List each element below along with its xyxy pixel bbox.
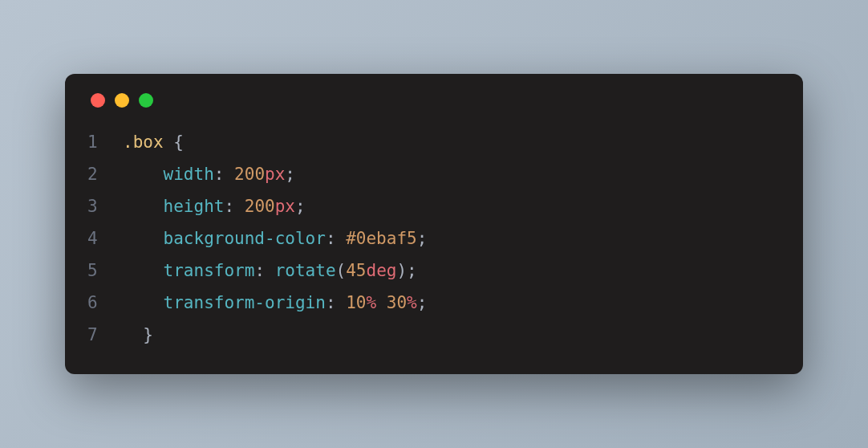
minimize-icon[interactable] [115, 93, 129, 108]
indent [123, 293, 164, 312]
line-content: transform: rotate(45deg); [123, 255, 781, 287]
token: 45 [346, 261, 366, 280]
token [336, 229, 347, 248]
token: ; [417, 293, 428, 312]
indent [123, 325, 143, 344]
token: rotate [275, 261, 336, 280]
token: ; [285, 165, 295, 184]
token: 30 [387, 293, 407, 312]
line-content: .box { [123, 127, 781, 159]
line-number: 3 [87, 191, 123, 223]
token [336, 293, 347, 312]
code-line: 4 background-color: #0ebaf5; [87, 223, 781, 255]
line-number: 7 [87, 320, 123, 352]
token: ; [295, 197, 306, 216]
line-number: 4 [87, 223, 123, 255]
token: background-color [164, 229, 326, 248]
code-window: 1.box {2 width: 200px;3 height: 200px;4 … [65, 74, 803, 373]
token: 10 [346, 293, 366, 312]
line-number: 5 [87, 255, 123, 287]
token [224, 165, 234, 184]
line-content: background-color: #0ebaf5; [123, 223, 781, 255]
token: deg [367, 261, 397, 280]
token [265, 261, 275, 280]
token: 200 [245, 197, 275, 216]
token: : [214, 165, 225, 184]
token: px [265, 165, 285, 184]
indent [123, 261, 164, 280]
token: : [326, 229, 336, 248]
line-content: } [123, 320, 781, 352]
code-line: 7 } [87, 320, 781, 352]
line-number: 2 [87, 159, 123, 191]
code-block: 1.box {2 width: 200px;3 height: 200px;4 … [87, 127, 781, 351]
code-line: 1.box { [87, 127, 781, 159]
token: ; [407, 261, 417, 280]
token: : [326, 293, 336, 312]
line-content: height: 200px; [123, 191, 781, 223]
line-number: 6 [87, 287, 123, 320]
code-line: 5 transform: rotate(45deg); [87, 255, 781, 287]
code-line: 6 transform-origin: 10% 30%; [87, 287, 781, 320]
token: #0ebaf5 [346, 229, 417, 248]
token [376, 293, 387, 312]
token: height [164, 197, 225, 216]
line-number: 1 [87, 127, 123, 159]
token: % [366, 293, 376, 312]
token: .box [123, 132, 164, 152]
window-titlebar [87, 93, 781, 108]
token: transform-origin [164, 293, 326, 312]
indent [123, 229, 164, 248]
close-icon[interactable] [91, 93, 105, 108]
line-content: width: 200px; [123, 159, 781, 191]
token: ( [336, 261, 347, 280]
token [164, 132, 174, 152]
indent [123, 197, 164, 216]
indent [123, 165, 164, 184]
code-line: 3 height: 200px; [87, 191, 781, 223]
token: ; [417, 229, 428, 248]
line-content: transform-origin: 10% 30%; [123, 287, 781, 320]
token: % [407, 293, 417, 312]
token: : [224, 197, 234, 216]
token: : [254, 261, 265, 280]
token [234, 197, 245, 216]
code-line: 2 width: 200px; [87, 159, 781, 191]
token: 200 [234, 165, 265, 184]
token: } [143, 325, 153, 344]
token: ) [396, 261, 407, 280]
maximize-icon[interactable] [139, 93, 153, 108]
token: width [164, 165, 214, 184]
token: px [275, 197, 295, 216]
token: transform [164, 261, 255, 280]
token: { [173, 132, 184, 152]
